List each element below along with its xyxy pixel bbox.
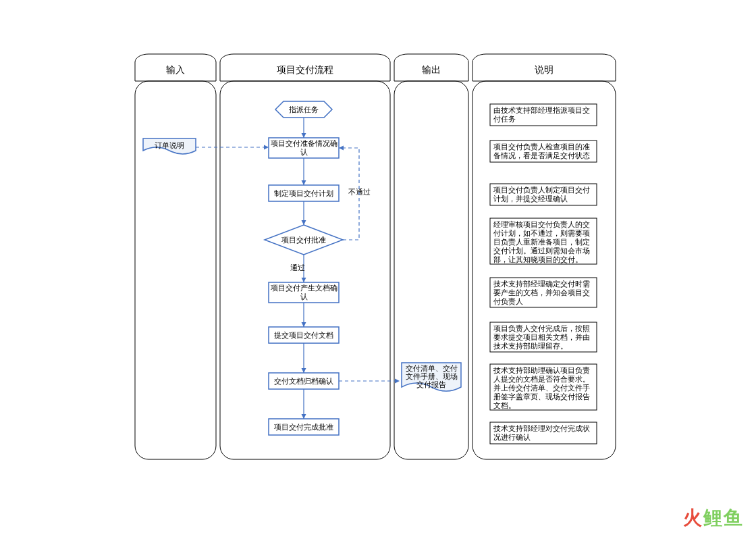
desc-box-4: 经理审核项目交付负责人的交 付计划，如不通过，则需要项 目负责人重新准备项目，制…	[490, 218, 597, 264]
lane-input-title: 输入	[166, 64, 185, 75]
svg-text:经理审核项目交付负责人的交: 经理审核项目交付负责人的交	[493, 220, 590, 228]
svg-rect-0	[135, 81, 216, 459]
svg-text:项目负责人交付完成后，按照: 项目负责人交付完成后，按照	[493, 324, 590, 332]
svg-text:人提交的文档是否符合要求。: 人提交的文档是否符合要求。	[493, 375, 590, 383]
svg-text:火: 火	[683, 507, 703, 528]
svg-text:技术支持部经理对交付完成状: 技术支持部经理对交付完成状	[493, 424, 590, 432]
svg-text:项目交付准备情况确: 项目交付准备情况确	[271, 139, 338, 147]
lane-desc-title: 说明	[535, 64, 554, 75]
watermark: 火 鲤 鱼	[683, 507, 742, 528]
desc-box-7: 技术支持部助理确认项目负责 人提交的文档是否符合要求。 并上传交付清单、交付文件…	[490, 364, 597, 410]
svg-text:技术支持部助理留存。: 技术支持部助理留存。	[493, 342, 568, 350]
lane-flow-title: 项目交付流程	[277, 64, 333, 75]
output-doc: 交付清单、交付 文件手册、现场 交付报告	[402, 363, 461, 391]
lane-input: 输入	[135, 54, 216, 459]
svg-text:交付清单、交付: 交付清单、交付	[406, 364, 458, 372]
node-approve: 项目交付批准	[265, 225, 343, 255]
lane-output: 输出	[394, 54, 468, 459]
desc-box-8: 技术支持部经理对交付完成状 况进行确认	[490, 422, 597, 444]
svg-text:况进行确认: 况进行确认	[493, 433, 531, 441]
desc-box-2: 项目交付负责人检查项目的准 备情况，看是否满足交付状态	[490, 141, 597, 162]
svg-text:目负责人重新准备项目，制定: 目负责人重新准备项目，制定	[493, 238, 590, 246]
node-archive-confirm: 交付文档归档确认	[269, 373, 339, 389]
svg-text:付计划，如不通过，则需要项: 付计划，如不通过，则需要项	[493, 229, 590, 237]
svg-text:册签字盖章页、现场交付报告: 册签字盖章页、现场交付报告	[493, 392, 590, 401]
svg-text:要产生的文档，并知会项目交: 要产生的文档，并知会项目交	[493, 288, 590, 297]
svg-text:项目交付负责人检查项目的准: 项目交付负责人检查项目的准	[493, 143, 590, 151]
node-complete-approve: 项目交付完成批准	[269, 419, 339, 435]
svg-text:鲤: 鲤	[703, 507, 722, 528]
node-assign: 指派任务	[275, 101, 332, 118]
svg-text:项目交付完成批准: 项目交付完成批准	[274, 423, 333, 431]
svg-text:部，让其知晓项目的交付。: 部，让其知晓项目的交付。	[493, 255, 583, 263]
svg-text:备情况，看是否满足交付状态: 备情况，看是否满足交付状态	[493, 151, 590, 159]
desc-box-1: 由技术支持部经理指派项目交 付任务	[490, 104, 597, 126]
label-pass: 通过	[290, 263, 305, 272]
svg-text:并上传交付清单、交付文件手: 并上传交付清单、交付文件手	[493, 384, 590, 392]
svg-text:项目交付批准: 项目交付批准	[281, 236, 326, 244]
svg-text:项目交付产生文档确: 项目交付产生文档确	[271, 284, 338, 292]
svg-text:交付文档归档确认: 交付文档归档确认	[274, 377, 333, 385]
svg-text:由技术支持部经理指派项目交: 由技术支持部经理指派项目交	[493, 106, 590, 114]
svg-text:付负责人: 付负责人	[493, 297, 523, 305]
svg-text:技术支持部助理确认项目负责: 技术支持部助理确认项目负责	[493, 366, 590, 374]
svg-text:指派任务: 指派任务	[288, 105, 319, 113]
svg-text:要求提交项目相关文档，并由: 要求提交项目相关文档，并由	[493, 333, 590, 341]
node-prep-confirm: 项目交付准备情况确 认	[269, 138, 339, 158]
svg-text:文档。: 文档。	[493, 401, 516, 409]
svg-text:项目交付负责人制定项目交付: 项目交付负责人制定项目交付	[493, 186, 590, 194]
input-doc-label: 订单说明	[155, 141, 184, 149]
desc-box-6: 项目负责人交付完成后，按照 要求提交项目相关文档，并由 技术支持部助理留存。	[490, 322, 597, 352]
svg-text:制定项目交付计划: 制定项目交付计划	[274, 189, 333, 197]
svg-text:交付报告: 交付报告	[416, 380, 446, 388]
desc-box-5: 技术支持部经理确定交付时需 要产生的文档，并知会项目交 付负责人	[490, 278, 597, 307]
svg-text:交付计划。通过则需知会市场: 交付计划。通过则需知会市场	[493, 247, 590, 255]
svg-text:认: 认	[300, 148, 308, 156]
desc-box-3: 项目交付负责人制定项目交付 计划，并提交经理确认	[490, 184, 597, 205]
svg-text:计划，并提交经理确认: 计划，并提交经理确认	[493, 195, 568, 203]
diagram-canvas: 输入 项目交付流程 输出 说明 订单说明 指派任务 项目交付准备情况确 认	[0, 0, 756, 535]
input-doc: 订单说明	[143, 138, 196, 154]
svg-text:提交项目交付文档: 提交项目交付文档	[274, 331, 333, 339]
node-doc-confirm: 项目交付产生文档确 认	[269, 282, 339, 303]
svg-text:文件手册、现场: 文件手册、现场	[406, 372, 458, 380]
svg-text:技术支持部经理确定交付时需: 技术支持部经理确定交付时需	[493, 280, 590, 288]
svg-text:鱼: 鱼	[723, 507, 742, 528]
lane-output-title: 输出	[422, 64, 441, 75]
svg-rect-2	[394, 81, 468, 459]
svg-text:付任务: 付任务	[493, 115, 516, 123]
node-doc-submit: 提交项目交付文档	[269, 327, 339, 343]
node-plan: 制定项目交付计划	[269, 185, 339, 201]
svg-text:认: 认	[300, 292, 308, 301]
